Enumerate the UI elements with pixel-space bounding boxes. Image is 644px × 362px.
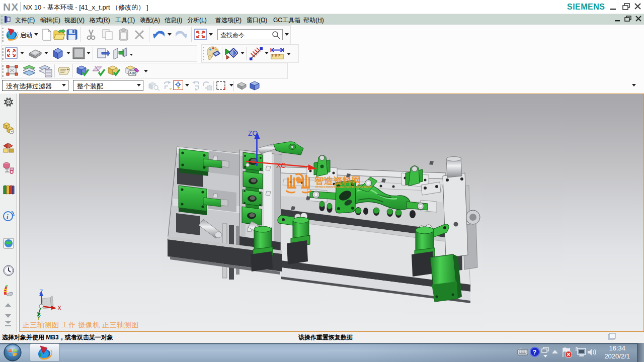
svg-text:?: ? xyxy=(533,348,537,356)
svg-text:智造资料网: 智造资料网 xyxy=(314,175,361,186)
svg-text:Y: Y xyxy=(37,314,41,321)
svg-text:INTELLIGENT MANUFACTURING DATA: INTELLIGENT MANUFACTURING DATA xyxy=(315,186,372,189)
svg-text:i: i xyxy=(7,213,9,220)
svg-text:ABC: ABC xyxy=(129,71,136,75)
svg-text:X: X xyxy=(57,305,61,312)
svg-text:Z: Z xyxy=(39,289,43,296)
